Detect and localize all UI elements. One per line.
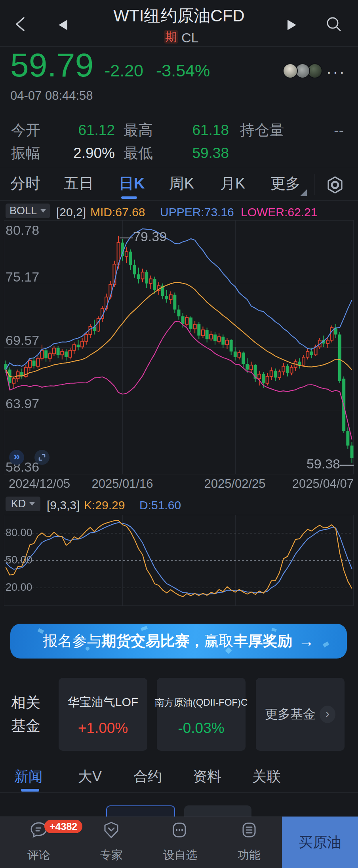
- stat-value-low: 59.38: [169, 145, 229, 162]
- banner-text: 赢取: [204, 633, 234, 650]
- avatar[interactable]: [283, 63, 298, 78]
- boll-mid-value: MID:67.68: [90, 206, 145, 219]
- kd-axis-label: 50.00: [6, 554, 32, 566]
- kd-indicator-selector[interactable]: KD: [6, 497, 40, 511]
- search-icon[interactable]: [325, 15, 343, 33]
- chart-settings-gear-icon[interactable]: [326, 175, 345, 194]
- kd-d-value: D:51.60: [139, 499, 181, 512]
- stat-label: 最低: [124, 145, 153, 162]
- tab-5day[interactable]: 五日: [64, 175, 94, 192]
- fund-card-huabao[interactable]: 华宝油气LOF +1.00%: [59, 678, 147, 751]
- more-funds-label: 更多基金: [265, 706, 316, 723]
- stat-label: 今开: [11, 122, 40, 139]
- x-axis-label: 2025/02/25: [204, 477, 265, 491]
- confetti-decoration: [86, 647, 90, 651]
- prev-instrument-icon[interactable]: [59, 20, 67, 30]
- price-change: -2.20: [105, 61, 143, 80]
- page-title: WTI纽约原油CFD: [113, 6, 244, 25]
- x-axis-label: 2025/04/07: [292, 477, 354, 491]
- banner-text-bold: 期货交易比赛，: [102, 633, 204, 650]
- fund-change: -0.03%: [178, 720, 224, 737]
- related-funds-label: 基金: [11, 718, 40, 735]
- fast-forward-button[interactable]: »: [9, 450, 24, 465]
- arrow-right-icon: →: [299, 632, 314, 650]
- divider: [0, 168, 358, 168]
- fund-card-nanfang[interactable]: 南方原油(QDII-FOF)C -0.03%: [157, 678, 246, 751]
- symbol-code: CL: [181, 30, 198, 46]
- kd-k-value: K:29.29: [84, 499, 125, 512]
- divider: [0, 792, 358, 793]
- dropdown-arrow-icon: [40, 209, 46, 213]
- boll-lower-value: LOWER:62.21: [241, 206, 317, 219]
- confetti-decoration: [141, 626, 148, 631]
- contest-banner[interactable]: 报名参与 期货交易比赛， 赢取 丰厚奖励 →: [10, 624, 347, 659]
- quote-timestamp: 04-07 08:44:58: [10, 89, 93, 103]
- y-axis-label: 63.97: [6, 396, 39, 411]
- divider: [0, 200, 358, 201]
- price-chart-canvas[interactable]: [4, 220, 354, 474]
- more-actions-icon[interactable]: ···: [326, 63, 346, 81]
- fullscreen-chart-button[interactable]: [34, 450, 50, 465]
- fund-name: 南方原油(QDII-FOF)C: [155, 697, 248, 708]
- futures-badge: 期: [164, 30, 178, 44]
- dropdown-arrow-icon: [29, 502, 35, 506]
- features-icon[interactable]: [240, 820, 259, 839]
- back-icon[interactable]: [14, 17, 26, 32]
- x-axis-label: 2025/01/16: [91, 477, 153, 491]
- stat-value-open: 61.12: [55, 122, 115, 139]
- tab-timeline[interactable]: 分时: [10, 175, 40, 192]
- price-change-percent: -3.54%: [156, 61, 210, 80]
- fast-forward-icon: »: [13, 449, 20, 463]
- active-tab-underline: [21, 789, 39, 792]
- expert-icon[interactable]: [102, 820, 121, 839]
- more-funds-card[interactable]: 更多基金 ›: [256, 678, 345, 751]
- low-price-marker: 59.38—: [274, 456, 354, 472]
- tab-more[interactable]: 更多: [270, 175, 301, 192]
- tab-monthly-k[interactable]: 月K: [220, 175, 245, 192]
- add-watchlist-icon[interactable]: [170, 820, 189, 839]
- active-tab-underline: [121, 196, 137, 199]
- more-corner-triangle-icon: [300, 189, 307, 196]
- boll-indicator-name: BOLL: [10, 205, 37, 217]
- stat-value-openinterest: --: [277, 122, 344, 139]
- nav-item-features[interactable]: 功能: [238, 847, 261, 863]
- nav-item-watchlist[interactable]: 设自选: [163, 847, 198, 863]
- fund-change: +1.00%: [78, 720, 128, 737]
- nav-item-expert[interactable]: 专家: [100, 847, 123, 863]
- buy-crude-label: 买原油: [299, 834, 341, 850]
- tab-daily-k[interactable]: 日K: [119, 175, 145, 192]
- tab-contracts[interactable]: 合约: [133, 768, 162, 784]
- fund-name: 华宝油气LOF: [68, 695, 138, 709]
- divider: [314, 174, 314, 195]
- next-instrument-icon[interactable]: [288, 20, 296, 30]
- expand-icon: [38, 453, 46, 462]
- boll-upper-value: UPPER:73.16: [160, 206, 234, 219]
- tab-bigv[interactable]: 大V: [78, 768, 102, 784]
- related-funds-label: 相关: [11, 695, 40, 712]
- kd-params: [9,3,3]: [47, 499, 80, 512]
- banner-text-bold: 丰厚奖励: [234, 633, 292, 650]
- boll-params: [20,2]: [56, 206, 86, 219]
- nav-item-comments[interactable]: 评论: [27, 847, 50, 863]
- high-price-marker: —79.39: [120, 229, 167, 244]
- kd-axis-label: 20.00: [6, 581, 32, 594]
- confetti-decoration: [271, 628, 276, 632]
- chevron-right-icon: ›: [320, 706, 335, 723]
- kd-axis-label: 80.00: [6, 527, 32, 539]
- y-axis-label: 75.17: [6, 269, 39, 285]
- stat-value-high: 61.18: [169, 122, 229, 139]
- comments-count-badge: +4382: [44, 820, 82, 833]
- stat-label: 最高: [124, 122, 153, 139]
- kd-chart-canvas[interactable]: [4, 515, 354, 606]
- stat-label: 振幅: [11, 145, 40, 162]
- boll-indicator-selector[interactable]: BOLL: [6, 204, 50, 218]
- tab-weekly-k[interactable]: 周K: [169, 175, 194, 192]
- tab-news[interactable]: 新闻: [14, 768, 43, 784]
- tab-profile[interactable]: 资料: [193, 768, 221, 784]
- tab-related[interactable]: 关联: [252, 768, 281, 784]
- app-root: WTI纽约原油CFD 期 CL 59.79 -2.20 -3.54% ··· 0…: [0, 0, 358, 868]
- stat-value-amplitude: 2.90%: [55, 145, 115, 162]
- banner-text: 报名参与: [43, 633, 102, 650]
- buy-crude-button[interactable]: 买原油: [282, 817, 358, 868]
- y-axis-label: 80.78: [6, 223, 39, 238]
